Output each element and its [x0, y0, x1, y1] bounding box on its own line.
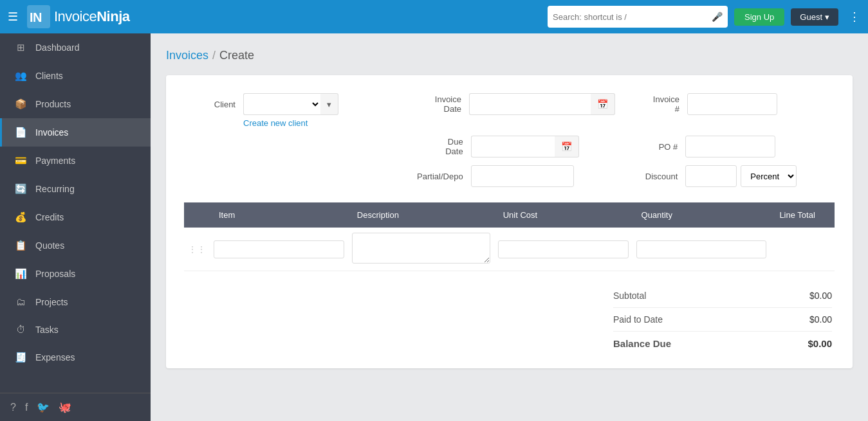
sidebar-item-label: Dashboard — [35, 42, 80, 53]
sidebar-item-label: Quotes — [35, 240, 64, 251]
description-cell — [348, 228, 494, 271]
partial-input[interactable] — [471, 165, 574, 187]
item-column-header: Item — [210, 202, 348, 228]
due-date-input[interactable] — [471, 136, 555, 157]
invoice-form-card: Client ▾ Create new client Inv — [166, 75, 853, 368]
sidebar-item-label: Proposals — [35, 269, 75, 279]
signup-button[interactable]: Sign Up — [734, 8, 784, 26]
guest-button[interactable]: Guest ▾ — [791, 8, 838, 26]
discount-row: PercentAmount — [685, 165, 797, 187]
due-date-group: DueDate 📅 — [405, 136, 614, 157]
invoice-number-input[interactable]: 0001 — [687, 93, 777, 115]
quotes-icon: 📋 — [15, 240, 26, 251]
paid-to-date-value: $0.00 — [809, 314, 832, 325]
help-icon[interactable]: ? — [10, 402, 16, 413]
sidebar-item-products[interactable]: 📦 Products — [0, 90, 151, 118]
invoice-date-input[interactable]: Mar 24, 20 — [469, 93, 591, 115]
menu-icon[interactable]: ☰ — [8, 10, 18, 24]
balance-due-label: Balance Due — [613, 338, 671, 349]
table-row: ⋮⋮ — [184, 228, 835, 271]
sidebar-item-expenses[interactable]: 🧾 Expenses — [0, 343, 151, 372]
microphone-icon[interactable]: 🎤 — [712, 12, 723, 22]
sidebar: ⊞ Dashboard 👥 Clients 📦 Products 📄 Invoi… — [0, 33, 151, 421]
description-column-header: Description — [348, 202, 494, 228]
sidebar-item-payments[interactable]: 💳 Payments — [0, 147, 151, 175]
discount-group: Discount PercentAmount — [626, 165, 835, 187]
search-bar: 🎤 — [548, 6, 728, 28]
products-icon: 📦 — [15, 98, 26, 110]
subtotal-row: Subtotal $0.00 — [613, 284, 832, 308]
sidebar-item-label: Projects — [35, 297, 68, 307]
dashboard-icon: ⊞ — [15, 42, 26, 53]
due-date-input-wrapper: 📅 — [471, 136, 579, 157]
top-navbar: ☰ IN InvoiceNinja 🎤 Sign Up Guest ▾ ⋮ — [0, 0, 868, 33]
sidebar-item-dashboard[interactable]: ⊞ Dashboard — [0, 33, 151, 62]
invoice-number-group: Invoice# 0001 — [628, 93, 835, 115]
invoice-date-calendar-button[interactable]: 📅 — [591, 93, 615, 115]
discount-input[interactable] — [685, 165, 737, 187]
client-dropdown-button[interactable]: ▾ — [320, 93, 338, 115]
invoice-date-label: InvoiceDate — [403, 94, 461, 114]
items-table: Item Description Unit Cost Quantity Line… — [184, 202, 835, 271]
facebook-icon[interactable]: f — [25, 402, 28, 413]
client-select[interactable] — [243, 93, 320, 115]
partial-group: Partial/Depo — [405, 165, 614, 187]
sidebar-item-quotes[interactable]: 📋 Quotes — [0, 231, 151, 260]
search-input[interactable] — [553, 12, 712, 22]
line-total-cell — [770, 228, 835, 271]
quantity-input[interactable] — [636, 240, 767, 258]
sidebar-item-tasks[interactable]: ⏱ Tasks — [0, 316, 151, 343]
balance-due-row: Balance Due $0.00 — [613, 332, 832, 355]
line-total-column-header: Line Total — [770, 202, 835, 228]
breadcrumb: Invoices / Create — [166, 49, 853, 62]
sidebar-item-recurring[interactable]: 🔄 Recurring — [0, 175, 151, 203]
item-input[interactable] — [214, 240, 344, 258]
due-date-calendar-button[interactable]: 📅 — [555, 136, 579, 157]
drag-handle-cell: ⋮⋮ — [184, 228, 210, 271]
item-cell — [210, 228, 348, 271]
sidebar-item-credits[interactable]: 💰 Credits — [0, 203, 151, 231]
invoice-date-group: InvoiceDate Mar 24, 20 📅 — [403, 93, 615, 115]
po-number-group: PO # — [626, 136, 835, 157]
sidebar-item-clients[interactable]: 👥 Clients — [0, 62, 151, 90]
sidebar-item-label: Recurring — [35, 184, 75, 194]
sidebar-item-proposals[interactable]: 📊 Proposals — [0, 260, 151, 288]
more-options-icon[interactable]: ⋮ — [849, 10, 860, 24]
twitter-icon[interactable]: 🐦 — [37, 401, 50, 413]
breadcrumb-invoices-link[interactable]: Invoices — [166, 49, 208, 62]
unit-cost-column-header: Unit Cost — [494, 202, 633, 228]
po-label: PO # — [626, 142, 678, 152]
items-table-body: ⋮⋮ — [184, 228, 835, 271]
totals-section: Subtotal $0.00 Paid to Date $0.00 Balanc… — [184, 284, 835, 355]
logo-svg: IN — [27, 5, 50, 28]
github-icon[interactable]: 🐙 — [59, 401, 71, 413]
discount-type-select[interactable]: PercentAmount — [741, 165, 797, 187]
proposals-icon: 📊 — [15, 268, 26, 280]
description-input[interactable] — [352, 233, 490, 264]
subtotal-label: Subtotal — [613, 291, 646, 301]
credits-icon: 💰 — [15, 211, 26, 223]
drag-column-header — [184, 202, 210, 228]
payments-icon: 💳 — [15, 155, 26, 166]
sidebar-item-label: Expenses — [35, 352, 75, 363]
partial-label: Partial/Depo — [405, 172, 463, 181]
projects-icon: 🗂 — [15, 296, 26, 307]
po-number-input[interactable] — [685, 136, 775, 157]
sidebar-item-projects[interactable]: 🗂 Projects — [0, 288, 151, 316]
sidebar-item-label: Products — [35, 99, 71, 109]
paid-to-date-label: Paid to Date — [613, 314, 663, 325]
svg-text:IN: IN — [30, 10, 42, 24]
breadcrumb-separator: / — [212, 49, 216, 62]
expenses-icon: 🧾 — [15, 352, 26, 363]
invoice-date-input-wrapper: Mar 24, 20 📅 — [469, 93, 615, 115]
invoices-icon: 📄 — [15, 127, 26, 138]
create-client-link[interactable]: Create new client — [243, 118, 308, 128]
discount-label: Discount — [626, 172, 678, 181]
sidebar-item-invoices[interactable]: 📄 Invoices — [0, 118, 151, 147]
items-table-header: Item Description Unit Cost Quantity Line… — [184, 202, 835, 228]
client-label: Client — [184, 100, 235, 109]
unit-cost-input[interactable] — [498, 240, 629, 258]
sidebar-item-label: Payments — [35, 156, 75, 166]
quantity-cell — [633, 228, 771, 271]
balance-due-value: $0.00 — [808, 338, 832, 349]
